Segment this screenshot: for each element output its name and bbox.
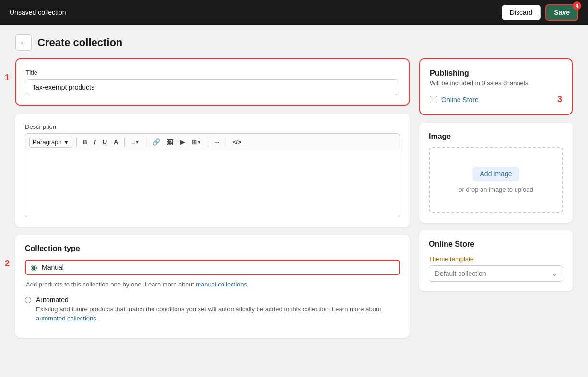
page-header: ← Create collection [0, 25, 588, 58]
italic-button[interactable]: I [92, 137, 98, 147]
image-button[interactable]: 🖼 [165, 137, 176, 147]
online-store-card: Online Store Theme template Default coll… [419, 230, 573, 291]
automated-option[interactable]: Automated Existing and future products t… [25, 296, 400, 323]
discard-button[interactable]: Discard [502, 5, 541, 20]
image-dropzone[interactable]: Add image or drop an image to upload [429, 147, 563, 213]
manual-collections-link[interactable]: manual collections [196, 281, 247, 288]
theme-select-wrap: Default collection [429, 265, 563, 282]
annotation-2: 2 [5, 259, 10, 269]
editor-body[interactable] [25, 150, 400, 217]
back-button[interactable]: ← [15, 34, 32, 51]
online-store-title: Online Store [429, 240, 563, 249]
online-store-checkbox[interactable] [430, 96, 437, 103]
image-title: Image [429, 132, 563, 141]
toolbar-divider-5 [226, 137, 226, 147]
online-store-label[interactable]: Online Store [441, 96, 479, 103]
drop-text: or drop an image to upload [459, 186, 533, 193]
bold-button[interactable]: B [81, 137, 90, 147]
topbar: Unsaved collection Discard Save 4 [0, 0, 588, 25]
publishing-subtitle: Will be included in 0 sales channels [430, 80, 562, 87]
annotation-3: 3 [557, 94, 562, 104]
manual-desc: Add products to this collection one by o… [26, 281, 249, 288]
publishing-title: Publishing [430, 69, 562, 78]
collection-type-title: Collection type [25, 244, 400, 253]
editor-toolbar: Paragraph ▼ B I U A ≡ ▼ 🔗 🖼 ▶ ⊞ ▼ ··· </… [25, 133, 400, 150]
collection-type-card: Collection type Manual Add products to t… [15, 235, 410, 338]
theme-select[interactable]: Default collection [429, 265, 563, 282]
paragraph-select[interactable]: Paragraph ▼ [29, 137, 72, 148]
toolbar-divider-2 [124, 137, 125, 147]
description-label: Description [25, 123, 400, 130]
source-button[interactable]: </> [230, 137, 244, 147]
main-layout: 1 Title Description Paragraph ▼ B I U A … [0, 58, 588, 353]
topbar-title: Unsaved collection [10, 9, 66, 16]
automated-desc: Existing and future products that match … [36, 305, 400, 323]
left-column: 1 Title Description Paragraph ▼ B I U A … [15, 58, 410, 338]
manual-label: Manual [42, 263, 64, 271]
theme-template-label: Theme template [429, 255, 563, 263]
title-label: Title [26, 69, 399, 76]
publishing-channel: Online Store 3 [430, 94, 562, 104]
automated-label: Automated [36, 296, 400, 304]
description-card: Description Paragraph ▼ B I U A ≡ ▼ 🔗 🖼 … [15, 114, 410, 227]
automated-radio[interactable] [25, 297, 31, 303]
video-button[interactable]: ▶ [177, 137, 187, 147]
add-image-button[interactable]: Add image [472, 167, 520, 181]
toolbar-divider-4 [208, 137, 208, 147]
chevron-down-icon: ▼ [64, 139, 69, 145]
align-button[interactable]: ≡ ▼ [129, 137, 142, 147]
publishing-card: Publishing Will be included in 0 sales c… [419, 58, 573, 115]
table-button[interactable]: ⊞ ▼ [189, 137, 204, 147]
page-title: Create collection [37, 36, 122, 49]
image-card: Image Add image or drop an image to uplo… [419, 123, 573, 223]
annotation-1: 1 [5, 73, 10, 83]
title-card: Title [15, 58, 410, 106]
link-button[interactable]: 🔗 [150, 137, 163, 147]
topbar-actions: Discard Save 4 [502, 4, 578, 21]
save-badge: 4 [573, 1, 581, 10]
manual-radio[interactable] [31, 265, 37, 271]
toolbar-divider-3 [146, 137, 146, 147]
manual-option-highlighted[interactable]: Manual [25, 260, 400, 275]
right-column: Publishing Will be included in 0 sales c… [419, 58, 573, 338]
more-button[interactable]: ··· [212, 137, 222, 147]
text-color-button[interactable]: A [111, 137, 120, 147]
toolbar-divider-1 [76, 137, 77, 147]
automated-collections-link[interactable]: automated collections [36, 315, 96, 322]
arrow-left-icon: ← [20, 38, 27, 47]
save-button[interactable]: Save 4 [545, 4, 578, 21]
underline-button[interactable]: U [100, 137, 109, 147]
title-input[interactable] [26, 79, 399, 95]
